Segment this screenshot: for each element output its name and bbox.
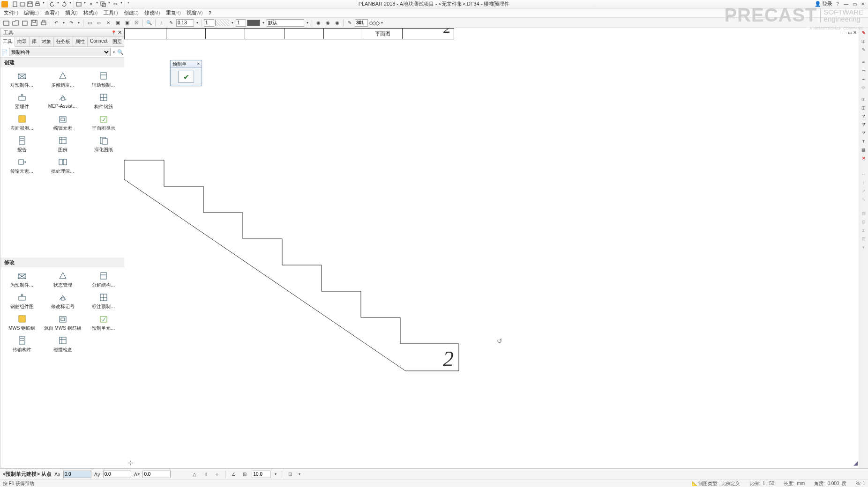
tb-layernum1-input[interactable] bbox=[204, 19, 214, 27]
tb-layername-input[interactable] bbox=[267, 19, 304, 27]
tb-layer3-icon[interactable]: ◉ bbox=[333, 19, 341, 27]
r-align4-icon[interactable]: ▭ bbox=[860, 83, 868, 91]
tb-undo-icon[interactable]: ↶ bbox=[52, 19, 60, 27]
tb-paste-icon[interactable]: ▣ bbox=[123, 19, 131, 27]
create-item-7[interactable]: 编辑元素 bbox=[42, 112, 83, 133]
ucs-icon[interactable]: ⊹ bbox=[128, 459, 134, 466]
tab-layer[interactable]: 图层 bbox=[110, 37, 125, 46]
menu-view[interactable]: 查看 (V) bbox=[45, 9, 60, 16]
qat-window-icon[interactable] bbox=[75, 0, 82, 8]
create-item-11[interactable]: 深化图纸 bbox=[83, 134, 124, 155]
create-item-2[interactable]: 辅助预制… bbox=[83, 69, 124, 90]
close-icon[interactable]: ✕ bbox=[860, 1, 866, 7]
create-item-0[interactable]: 对预制件… bbox=[1, 69, 42, 90]
qat-copy-icon[interactable] bbox=[99, 0, 107, 8]
r-dim3-icon[interactable]: ↗ bbox=[860, 187, 868, 195]
r-filter3-icon[interactable]: ⧩ bbox=[860, 129, 868, 137]
tab-guide[interactable]: 向导 bbox=[15, 37, 30, 46]
r-table-icon[interactable]: ▦ bbox=[860, 146, 868, 154]
qat-undo-icon[interactable] bbox=[48, 0, 56, 8]
create-item-9[interactable]: 报告 bbox=[1, 134, 42, 155]
snap3-icon[interactable]: ⟐ bbox=[213, 470, 221, 479]
tb-rect2-icon[interactable]: ▭ bbox=[95, 19, 103, 27]
modify-item-1[interactable]: 状态管理 bbox=[42, 269, 83, 290]
tb-home-icon[interactable] bbox=[2, 19, 10, 27]
tab-properties[interactable]: 属性 bbox=[73, 37, 88, 46]
create-item-8[interactable]: 平面图显示 bbox=[83, 112, 124, 133]
status-scale[interactable]: 比例: 1 : 50 bbox=[749, 480, 774, 487]
minimize-icon[interactable]: — bbox=[843, 1, 849, 7]
tb-layer1-icon[interactable]: ◉ bbox=[314, 19, 322, 27]
create-item-12[interactable]: 传输元素… bbox=[1, 155, 42, 176]
tb-layer2-icon[interactable]: ◉ bbox=[323, 19, 332, 27]
menu-modify[interactable]: 修改 (M) bbox=[144, 9, 160, 16]
create-item-5[interactable]: 构件钢筋 bbox=[83, 91, 124, 111]
modify-item-9[interactable]: 传输构件 bbox=[1, 334, 42, 354]
pin-icon[interactable]: 📍 bbox=[111, 30, 116, 35]
tb-del-icon[interactable]: ✕ bbox=[104, 19, 112, 27]
qat-new-icon[interactable] bbox=[11, 0, 19, 8]
menu-window[interactable]: 视窗 (W) bbox=[187, 9, 203, 16]
tb-redo-icon[interactable]: ↷ bbox=[67, 19, 75, 27]
create-item-6[interactable]: 表面和混… bbox=[1, 112, 42, 133]
tab-taskboard[interactable]: 任务板 bbox=[54, 37, 73, 46]
create-item-13[interactable]: 批处理深… bbox=[42, 155, 83, 176]
tb-pen-icon[interactable]: ✎ bbox=[345, 19, 354, 27]
status-length[interactable]: 长度: mm bbox=[784, 480, 805, 487]
qat-redo-icon[interactable] bbox=[60, 0, 68, 8]
float-confirm-button[interactable]: ✔ bbox=[178, 71, 194, 83]
dx-input[interactable] bbox=[63, 471, 91, 478]
modify-item-10[interactable]: 碰撞检查 bbox=[42, 334, 83, 354]
r-s3-icon[interactable]: Σ bbox=[860, 227, 868, 234]
menu-repeat[interactable]: 重复 (R) bbox=[166, 9, 181, 16]
panel-close-icon[interactable]: ✕ bbox=[118, 30, 122, 35]
r-filter2-icon[interactable]: ⧩ bbox=[860, 121, 868, 128]
create-item-3[interactable]: 预埋件 bbox=[1, 91, 42, 111]
dy-input[interactable] bbox=[103, 471, 131, 478]
status-drawtype[interactable]: 📐 制图类型: 比例定义 bbox=[692, 480, 740, 487]
r-pen-icon[interactable]: ✎ bbox=[860, 29, 868, 37]
module-combo[interactable]: 预制构件 bbox=[9, 48, 111, 56]
tb-pen-input[interactable] bbox=[355, 19, 368, 27]
modify-item-5[interactable]: 标注预制… bbox=[83, 291, 124, 311]
qat-cut-icon[interactable]: ✂ bbox=[112, 0, 119, 8]
tb-clip-icon[interactable]: ☒ bbox=[132, 19, 141, 27]
float-panel[interactable]: 预制单× ✔ bbox=[170, 60, 202, 86]
qat-open-icon[interactable] bbox=[19, 0, 26, 8]
login-button[interactable]: 👤登录 bbox=[815, 0, 832, 7]
tab-library[interactable]: 库 bbox=[30, 37, 39, 46]
angle-icon[interactable]: ∠ bbox=[229, 470, 238, 479]
modify-item-3[interactable]: 钢筋组件图 bbox=[1, 291, 42, 311]
create-item-10[interactable]: 图例 bbox=[42, 134, 83, 155]
menu-format[interactable]: 格式 (o) bbox=[83, 9, 98, 16]
menu-file[interactable]: 文件 (F) bbox=[4, 9, 18, 16]
tb-save-icon[interactable] bbox=[30, 19, 38, 27]
modify-item-2[interactable]: 分解结构… bbox=[83, 269, 124, 290]
canvas-close-icon[interactable]: ✕ bbox=[853, 30, 857, 35]
modify-item-7[interactable]: 源自 MWS 钢筋组 bbox=[42, 312, 83, 333]
canvas-max-icon[interactable]: ▭ bbox=[848, 30, 852, 35]
tb-folder-icon[interactable] bbox=[21, 19, 29, 27]
r-dim2-icon[interactable]: ↕ bbox=[860, 179, 868, 186]
grid-input[interactable] bbox=[252, 471, 270, 478]
r-s4-icon[interactable]: ⊡ bbox=[860, 235, 868, 243]
create-item-1[interactable]: 多倾斜度… bbox=[42, 69, 83, 90]
r-more-icon[interactable]: ▾ bbox=[860, 244, 868, 251]
r-s2-icon[interactable]: ⊟ bbox=[860, 218, 868, 226]
qat-save-icon[interactable] bbox=[26, 0, 34, 8]
tb-zoom-icon[interactable]: 🔍 bbox=[145, 19, 153, 27]
tab-tools[interactable]: 工具 bbox=[0, 37, 15, 47]
r-filter1-icon[interactable]: ⧩ bbox=[860, 112, 868, 120]
r-align3-icon[interactable]: ⫠ bbox=[860, 75, 868, 82]
tab-object[interactable]: 对象 bbox=[39, 37, 54, 46]
r-s1-icon[interactable]: ⊟ bbox=[860, 210, 868, 217]
qat-print-icon[interactable] bbox=[34, 0, 41, 8]
grid-icon[interactable]: ⊞ bbox=[240, 470, 249, 479]
float-close-icon[interactable]: × bbox=[197, 61, 200, 66]
modify-item-0[interactable]: 为预制件… bbox=[1, 269, 42, 290]
create-item-4[interactable]: MEP-Assist… bbox=[42, 91, 83, 111]
menu-help[interactable]: ? bbox=[209, 10, 211, 16]
menu-edit[interactable]: 编辑 (E) bbox=[24, 9, 39, 16]
r-text-icon[interactable]: T bbox=[860, 138, 868, 145]
tb-colorswatch[interactable] bbox=[247, 20, 260, 26]
